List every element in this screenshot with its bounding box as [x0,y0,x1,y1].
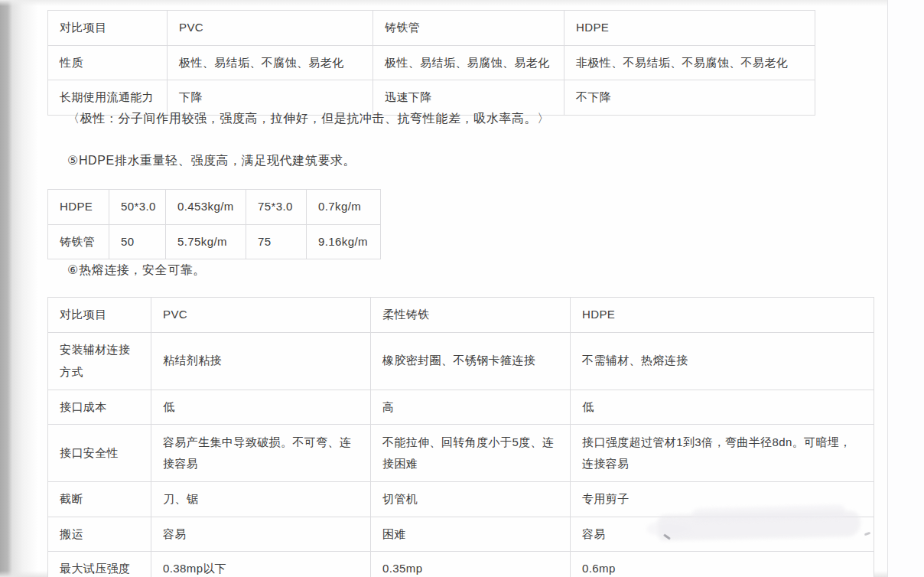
table-row: HDPE 50*3.0 0.453kg/m 75*3.0 0.7kg/m [48,190,381,225]
table-header-cell: 对比项目 [48,11,168,46]
table-row: 安装辅材连接方式 粘结剂粘接 橡胶密封圈、不锈钢卡箍连接 不需辅材、热熔连接 [48,332,874,390]
table-header-cell: 柔性铸铁 [371,298,571,333]
connection-comparison-table: 对比项目 PVC 柔性铸铁 HDPE 安装辅材连接方式 粘结剂粘接 橡胶密封圈、… [47,297,874,577]
table-cell: 铸铁管 [48,224,109,259]
table-row: 截断 刀、锯 切管机 专用剪子 [48,482,874,517]
document-page: 对比项目 PVC 铸铁管 HDPE 性质 极性、易结垢、不腐蚀、易老化 极性、易… [0,0,924,577]
table-cell: 极性、易结垢、易腐蚀、易老化 [373,45,564,80]
table-cell: 接口安全性 [48,425,151,482]
table-row: 最大试压强度 0.38mp以下 0.35mp 0.6mp [48,552,874,577]
table-cell: 不下降 [564,80,815,116]
table-cell: 切管机 [371,482,571,517]
table-cell: 困难 [371,517,571,552]
table-cell: 50*3.0 [109,190,166,225]
table-cell: 容易 [151,517,371,552]
table-cell: 性质 [48,45,168,80]
table-cell: 下降 [168,80,373,116]
page-left-edge [0,0,40,577]
table-cell: 75 [246,224,307,259]
table-header-cell: HDPE [571,298,874,333]
table-cell: 截断 [48,482,151,517]
table-cell: 最大试压强度 [48,552,151,577]
table-cell: 迅速下降 [373,80,564,116]
table-cell: 非极性、不易结垢、不易腐蚀、不易老化 [564,45,815,80]
table-header-cell: PVC [168,11,373,46]
table-cell: 50 [109,224,166,259]
table-row: 长期使用流通能力 下降 迅速下降 不下降 [48,80,815,116]
table-cell: 0.7kg/m [307,190,381,225]
table-cell: 低 [571,390,874,425]
table-row: 性质 极性、易结垢、不腐蚀、易老化 极性、易结垢、易腐蚀、易老化 非极性、不易结… [48,45,815,80]
table-cell: 不能拉伸、回转角度小于5度、连接困难 [371,425,571,482]
weight-comparison-table: HDPE 50*3.0 0.453kg/m 75*3.0 0.7kg/m 铸铁管… [47,189,381,259]
page-divider-line [887,0,888,577]
table-cell: 粘结剂粘接 [151,332,371,390]
table-cell: 容易 [571,517,874,552]
table-cell: 搬运 [48,517,151,552]
table-cell: 0.6mp [571,552,874,577]
table-cell: 75*3.0 [246,190,307,225]
table-row: 搬运 容易 困难 容易 [48,517,874,552]
table-cell: 低 [151,390,371,425]
table-cell: 安装辅材连接方式 [48,332,151,390]
point-5-text: ⑤HDPE排水重量轻、强度高，满足现代建筑要求。 [67,153,356,169]
table-header-row: 对比项目 PVC 铸铁管 HDPE [48,11,815,46]
page-top-edge [0,0,924,6]
table-cell: 0.453kg/m [166,190,246,225]
table-header-row: 对比项目 PVC 柔性铸铁 HDPE [48,298,874,333]
table-cell: HDPE [48,190,109,225]
point-6-text: ⑥热熔连接，安全可靠。 [67,262,206,279]
table-cell: 0.35mp [371,552,571,577]
table-cell: 高 [371,390,571,425]
table-cell: 刀、锯 [151,482,371,517]
table-cell: 专用剪子 [571,482,874,517]
polarity-note-text: 〈极性：分子间作用较强，强度高，拉伸好，但是抗冲击、抗弯性能差，吸水率高。〉 [67,111,550,127]
table-cell: 不需辅材、热熔连接 [571,332,874,390]
material-property-table: 对比项目 PVC 铸铁管 HDPE 性质 极性、易结垢、不腐蚀、易老化 极性、易… [47,10,815,116]
table-header-cell: 铸铁管 [373,11,564,46]
table-cell: 9.16kg/m [307,224,381,259]
table-cell: 接口成本 [48,390,151,425]
table-header-cell: 对比项目 [48,298,151,333]
table-cell: 容易产生集中导致破损。不可弯、连接容易 [151,425,371,482]
table-header-cell: HDPE [564,11,815,46]
table-cell: 极性、易结垢、不腐蚀、易老化 [168,45,373,80]
table-cell: 5.75kg/m [166,224,246,259]
table-row: 铸铁管 50 5.75kg/m 75 9.16kg/m [48,224,381,259]
table-row: 接口成本 低 高 低 [48,390,874,425]
table-cell: 长期使用流通能力 [48,80,168,116]
table-header-cell: PVC [151,298,371,333]
table-cell: 0.38mp以下 [151,552,371,577]
table-cell: 接口强度超过管材1到3倍，弯曲半径8dn。可暗埋，连接容易 [571,425,874,482]
table-cell: 橡胶密封圈、不锈钢卡箍连接 [371,332,571,390]
table-row: 接口安全性 容易产生集中导致破损。不可弯、连接容易 不能拉伸、回转角度小于5度、… [48,425,874,482]
page-right-gutter [888,0,924,577]
